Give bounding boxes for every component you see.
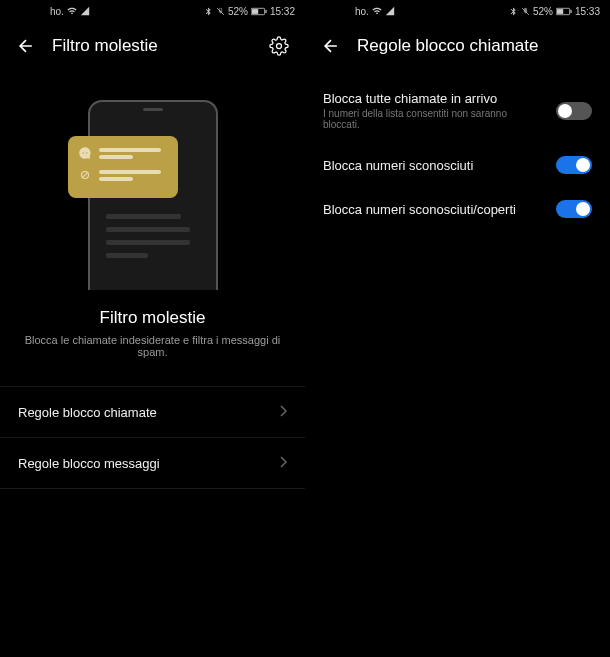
time-label: 15:33 [575, 6, 600, 17]
setting-label: Blocca tutte chiamate in arrivo [323, 91, 544, 106]
feature-description: Blocca le chiamate indesiderate e filtra… [0, 334, 305, 358]
toggle-block-unknown[interactable] [556, 156, 592, 174]
menu-call-rules[interactable]: Regole blocco chiamate [0, 386, 305, 438]
setting-label: Blocca numeri sconosciuti/coperti [323, 202, 544, 217]
status-bar: ho. 52% 15:33 [305, 0, 610, 22]
page-title: Regole blocco chiamate [357, 36, 596, 56]
feature-title: Filtro molestie [0, 308, 305, 328]
battery-icon [556, 7, 572, 16]
status-bar: ho. 52% 15:32 [0, 0, 305, 22]
wifi-icon [372, 6, 382, 16]
back-button[interactable] [319, 34, 343, 58]
screen-regole-blocco: ho. 52% 15:33 Regole blocco ch [305, 0, 610, 657]
svg-point-4 [82, 152, 83, 153]
toggle-block-all[interactable] [556, 102, 592, 120]
svg-rect-8 [557, 9, 563, 14]
svg-rect-1 [252, 9, 258, 14]
bluetooth-icon [509, 7, 518, 16]
setting-block-unknown: Blocca numeri sconosciuti [305, 143, 610, 187]
time-label: 15:32 [270, 6, 295, 17]
svg-point-5 [86, 152, 87, 153]
battery-label: 52% [228, 6, 248, 17]
chevron-right-icon [279, 454, 287, 472]
setting-block-all: Blocca tutte chiamate in arrivo I numeri… [305, 78, 610, 143]
chevron-right-icon [279, 403, 287, 421]
app-header: Filtro molestie [0, 22, 305, 70]
back-button[interactable] [14, 34, 38, 58]
settings-button[interactable] [267, 34, 291, 58]
menu-list: Regole blocco chiamate Regole blocco mes… [0, 386, 305, 489]
carrier-label: ho. [50, 6, 64, 17]
battery-icon [251, 7, 267, 16]
wifi-icon [67, 6, 77, 16]
screen-filtro-molestie: ho. 52% 15:32 Filtro molestie [0, 0, 305, 657]
signal-icon [80, 6, 90, 16]
mute-icon [216, 7, 225, 16]
setting-label: Blocca numeri sconosciuti [323, 158, 544, 173]
menu-message-rules[interactable]: Regole blocco messaggi [0, 438, 305, 489]
setting-subtitle: I numeri della lista consentiti non sara… [323, 108, 544, 130]
svg-rect-2 [265, 9, 266, 12]
svg-rect-9 [570, 9, 571, 12]
menu-label: Regole blocco chiamate [18, 405, 157, 420]
carrier-label: ho. [355, 6, 369, 17]
setting-block-hidden: Blocca numeri sconosciuti/coperti [305, 187, 610, 231]
settings-list: Blocca tutte chiamate in arrivo I numeri… [305, 70, 610, 231]
bluetooth-icon [204, 7, 213, 16]
page-title: Filtro molestie [52, 36, 253, 56]
mute-icon [521, 7, 530, 16]
chat-icon [78, 146, 92, 160]
signal-icon [385, 6, 395, 16]
menu-label: Regole blocco messaggi [18, 456, 160, 471]
phone-blocked-icon [78, 168, 92, 182]
app-header: Regole blocco chiamate [305, 22, 610, 70]
svg-point-3 [277, 44, 282, 49]
feature-illustration [0, 70, 305, 308]
toggle-block-hidden[interactable] [556, 200, 592, 218]
battery-label: 52% [533, 6, 553, 17]
